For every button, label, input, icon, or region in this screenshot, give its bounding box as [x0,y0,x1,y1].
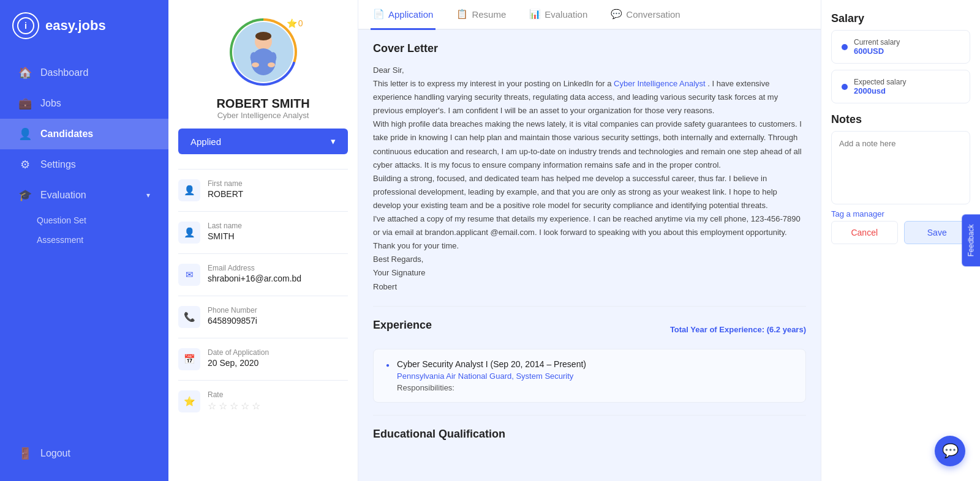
conversation-tab-icon: 💬 [611,9,622,20]
notes-section: Notes Tag a manager Cancel Save [831,113,970,244]
first-name-label: First name [208,179,243,188]
sidebar: i easy.jobs 🏠 Dashboard 💼 Jobs 👤 Candida… [0,0,168,481]
star-3[interactable]: ☆ [230,400,238,412]
resume-tab-icon: 📋 [456,9,468,20]
sidebar-item-logout[interactable]: 🚪 Logout [0,438,168,469]
email-label: Email Address [208,264,301,272]
star-icon: ⭐ [287,18,297,28]
current-salary-card: Current salary 600USD [831,30,970,64]
divider [178,380,348,381]
exp-years-value: (6.2 years) [767,325,806,334]
education-title: Educational Qualification [373,428,806,441]
avatar-wrap: ⭐ 0 [230,18,297,86]
education-section: Educational Qualification [373,428,806,441]
salary-title: Salary [831,12,970,25]
status-label: Applied [190,136,221,147]
phone-value: 6458909857i [208,316,257,326]
first-name-value: ROBERT [208,189,243,199]
svg-point-8 [252,62,259,67]
svg-point-9 [268,62,275,67]
divider [178,169,348,170]
sidebar-item-settings[interactable]: ⚙ Settings [0,149,168,180]
field-last-name: 👤 Last name SMITH [178,214,348,251]
phone-label: Phone Number [208,306,257,315]
exp-years: Total Year of Experience: (6.2 years) [670,325,806,334]
star-5[interactable]: ☆ [252,400,260,412]
sidebar-item-candidates[interactable]: 👤 Candidates [0,119,168,149]
date-value: 20 Sep, 2020 [208,358,269,368]
experience-section: Experience Total Year of Experience: (6.… [373,319,806,403]
svg-point-4 [255,32,271,40]
graduation-icon: 🎓 [18,188,32,202]
briefcase-icon: 💼 [18,97,32,110]
star-1[interactable]: ☆ [208,400,216,412]
phone-icon: 📞 [178,306,200,328]
logo: i easy.jobs [0,12,168,39]
candidate-title: Cyber Intelligence Analyst [217,111,309,120]
field-date: 📅 Date of Application 20 Sep, 2020 [178,341,348,378]
logout-icon: 🚪 [18,447,32,460]
tab-application[interactable]: 📄 Application [371,0,435,30]
exp-card: ● Cyber Security Analyst I (Sep 20, 2014… [373,349,806,403]
sidebar-submenu: Question Set Assessment [0,211,168,250]
field-rate: ⭐ Rate ☆ ☆ ☆ ☆ ☆ [178,383,348,420]
sidebar-label-jobs: Jobs [40,98,61,109]
email-value: shraboni+16@ar.com.bd [208,274,301,283]
tab-conversation[interactable]: 💬 Conversation [608,0,682,30]
field-phone: 📞 Phone Number 6458909857i [178,299,348,335]
star-badge: ⭐ 0 [287,18,303,28]
user-icon: 👤 [178,222,200,244]
email-icon: ✉ [178,264,200,286]
exp-responsibilities: Responsibilities: [397,383,586,392]
status-dropdown[interactable]: Applied ▾ [178,129,348,154]
divider [178,338,348,338]
calendar-icon: 📅 [178,348,200,370]
experience-header: Experience Total Year of Experience: (6.… [373,319,806,340]
divider [178,296,348,296]
save-button[interactable]: Save [904,221,971,244]
job-title-link[interactable]: Cyber Intelligence Analyst [614,79,707,88]
notes-title: Notes [831,113,970,126]
svg-text:i: i [24,21,27,31]
star-4[interactable]: ☆ [241,400,249,412]
sidebar-item-question-set[interactable]: Question Set [37,211,168,230]
sidebar-item-dashboard[interactable]: 🏠 Dashboard [0,58,168,88]
divider [178,211,348,212]
notes-textarea[interactable] [831,131,970,204]
section-divider [373,306,806,307]
star-rating[interactable]: ☆ ☆ ☆ ☆ ☆ [208,400,260,412]
star-2[interactable]: ☆ [219,400,227,412]
content-scroll: Cover Letter Dear Sir, This letter is to… [358,30,821,481]
star-rate-icon: ⭐ [178,390,200,412]
chat-fab[interactable]: 💬 [935,436,965,466]
sidebar-item-jobs[interactable]: 💼 Jobs [0,88,168,119]
tabs-bar: 📄 Application 📋 Resume 📊 Evaluation 💬 Co… [358,0,821,30]
notes-actions: Cancel Save [831,221,970,244]
user-icon: 👤 [18,127,32,141]
user-icon: 👤 [178,179,200,201]
current-salary-value: 600USD [854,47,900,56]
feedback-tab[interactable]: Feedback [962,215,980,267]
salary-dot-current [842,44,848,50]
divider [178,253,348,254]
rate-label: Rate [208,390,260,399]
salary-section: Salary Current salary 600USD Expected sa… [831,12,970,103]
chat-icon: 💬 [942,443,959,459]
chevron-down-icon: ▾ [146,191,150,199]
cover-letter-body: Dear Sir, This letter is to express my i… [373,64,806,294]
exp-job-title: Cyber Security Analyst I (Sep 20, 2014 –… [397,359,586,369]
sidebar-item-evaluation[interactable]: 🎓 Evaluation ▾ [0,180,168,211]
content-area: 📄 Application 📋 Resume 📊 Evaluation 💬 Co… [358,0,821,481]
main-area: ⭐ 0 ROBERT SMITH Cyber Intelligence Anal… [168,0,980,481]
expected-salary-value: 2000usd [854,86,906,95]
last-name-value: SMITH [208,231,242,241]
tab-resume[interactable]: 📋 Resume [454,0,508,30]
section-divider-2 [373,415,806,416]
logo-text: easy.jobs [45,18,106,34]
field-first-name: 👤 First name ROBERT [178,172,348,209]
sidebar-item-assessment[interactable]: Assessment [37,230,168,250]
cancel-button[interactable]: Cancel [831,221,898,244]
right-panel: Salary Current salary 600USD Expected sa… [821,0,980,481]
tab-evaluation[interactable]: 📊 Evaluation [527,0,590,30]
tag-manager-link[interactable]: Tag a manager [831,209,970,218]
